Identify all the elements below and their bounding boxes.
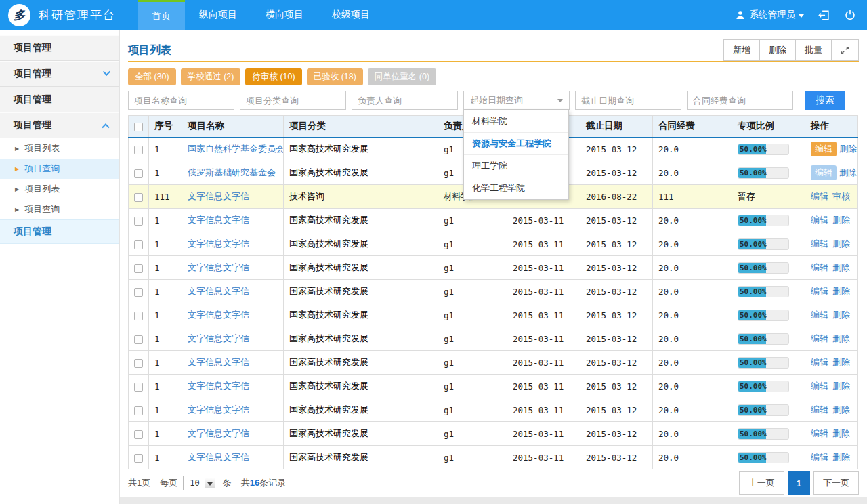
delete-action[interactable]: 删除	[832, 238, 850, 249]
filter-tab[interactable]: 学校通过 (2)	[181, 68, 241, 85]
power-icon[interactable]	[844, 9, 856, 21]
sidebar-group-item[interactable]: 项目管理	[0, 61, 119, 87]
prev-page-button[interactable]: 上一页	[739, 471, 784, 495]
project-name-link[interactable]: 文字信息文字信	[188, 191, 249, 201]
project-name-link[interactable]: 文字信息文字信	[188, 381, 249, 391]
search-input[interactable]	[687, 91, 793, 110]
dropdown-option[interactable]: 材料学院	[464, 110, 568, 133]
project-name-link[interactable]: 国家自然科学基金委员会	[188, 144, 284, 154]
sidebar-subitem[interactable]: ▶项目列表	[0, 179, 119, 199]
project-name-link[interactable]: 文字信息文字信	[188, 286, 249, 296]
edit-action[interactable]: 编辑	[811, 215, 828, 225]
actions-cell: 编辑删除	[805, 161, 858, 185]
row-checkbox[interactable]	[134, 217, 143, 226]
row-checkbox[interactable]	[134, 312, 143, 320]
edit-action[interactable]: 编辑	[811, 238, 828, 249]
user-name[interactable]: 系统管理员	[750, 9, 796, 21]
edit-action[interactable]: 编辑	[811, 142, 837, 156]
dropdown-option[interactable]: 化学工程学院	[464, 177, 568, 199]
edit-action[interactable]: 编辑	[811, 286, 828, 296]
delete-action[interactable]: 删除	[832, 310, 850, 320]
search-input[interactable]	[352, 91, 458, 110]
delete-action[interactable]: 删除	[832, 215, 850, 225]
sidebar-subitem[interactable]: ▶项目列表	[0, 138, 119, 159]
select-all-checkbox[interactable]	[134, 123, 143, 131]
sidebar-group-item[interactable]: 项目管理	[0, 87, 119, 112]
delete-action[interactable]: 删除	[832, 381, 850, 391]
filter-tab[interactable]: 同单位重名 (0)	[368, 68, 436, 85]
row-checkbox[interactable]	[134, 288, 143, 297]
filter-tab[interactable]: 全部 (30)	[128, 68, 176, 85]
review-action[interactable]: 审核	[832, 191, 850, 201]
project-name-link[interactable]: 俄罗斯基础研究基金会	[188, 167, 276, 177]
current-page-button[interactable]: 1	[788, 471, 810, 495]
delete-button[interactable]: 删除	[759, 39, 796, 61]
delete-action[interactable]: 删除	[839, 144, 857, 154]
per-page-select[interactable]: 10	[183, 476, 217, 490]
project-name-link[interactable]: 文字信息文字信	[188, 428, 249, 438]
sidebar-subitem[interactable]: ▶项目查询	[0, 159, 119, 179]
filter-tab[interactable]: 已验收 (18)	[307, 68, 363, 85]
row-checkbox[interactable]	[134, 454, 143, 463]
search-input[interactable]	[240, 91, 346, 110]
edit-action[interactable]: 编辑	[811, 191, 828, 201]
search-input[interactable]	[128, 91, 234, 110]
fullscreen-button[interactable]	[831, 39, 859, 61]
project-name-link[interactable]: 文字信息文字信	[188, 262, 249, 272]
delete-action[interactable]: 删除	[832, 286, 850, 296]
project-name-link[interactable]: 文字信息文字信	[188, 310, 249, 320]
filter-tab[interactable]: 待审核 (10)	[245, 68, 301, 85]
row-checkbox[interactable]	[134, 193, 143, 202]
row-checkbox[interactable]	[134, 430, 143, 439]
search-input[interactable]	[575, 91, 681, 110]
dropdown-option[interactable]: 理工学院	[464, 155, 568, 177]
search-button[interactable]: 搜索	[805, 91, 845, 110]
delete-action[interactable]: 删除	[832, 333, 850, 343]
delete-action[interactable]: 删除	[832, 404, 850, 415]
row-checkbox[interactable]	[134, 383, 143, 392]
sidebar-group-label: 项目管理	[14, 42, 51, 54]
edit-action[interactable]: 编辑	[811, 165, 837, 180]
delete-action[interactable]: 删除	[832, 428, 850, 438]
delete-action[interactable]: 删除	[832, 452, 850, 462]
sidebar-group-item[interactable]: 项目管理	[0, 35, 119, 61]
nav-tab[interactable]: 横向项目	[251, 0, 318, 30]
project-name-link[interactable]: 文字信息文字信	[188, 215, 249, 225]
row-checkbox[interactable]	[134, 264, 143, 273]
row-checkbox[interactable]	[134, 240, 143, 249]
row-checkbox[interactable]	[134, 169, 143, 178]
project-name-link[interactable]: 文字信息文字信	[188, 452, 249, 462]
sidebar-subitem[interactable]: ▶项目查询	[0, 199, 119, 219]
nav-tab[interactable]: 校级项目	[318, 0, 384, 30]
project-name-link[interactable]: 文字信息文字信	[188, 357, 249, 367]
sidebar-group-active[interactable]: 项目管理	[0, 219, 119, 244]
sidebar-group-item[interactable]: 项目管理	[0, 112, 119, 138]
delete-action[interactable]: 删除	[839, 167, 857, 177]
row-checkbox[interactable]	[134, 146, 143, 154]
date-start-select[interactable]: 起始日期查询	[463, 91, 570, 110]
project-name-link[interactable]: 文字信息文字信	[188, 238, 249, 249]
next-page-button[interactable]: 下一页	[813, 471, 859, 495]
edit-action[interactable]: 编辑	[811, 310, 828, 320]
delete-action[interactable]: 删除	[832, 262, 850, 272]
edit-action[interactable]: 编辑	[811, 452, 828, 462]
edit-action[interactable]: 编辑	[811, 262, 828, 272]
dropdown-option[interactable]: 资源与安全工程学院	[464, 133, 568, 155]
batch-button[interactable]: 批量	[795, 39, 832, 61]
edit-action[interactable]: 编辑	[811, 428, 828, 438]
delete-action[interactable]: 删除	[832, 357, 850, 367]
edit-action[interactable]: 编辑	[811, 381, 828, 391]
row-checkbox[interactable]	[134, 359, 143, 368]
edit-action[interactable]: 编辑	[811, 404, 828, 415]
edit-action[interactable]: 编辑	[811, 333, 828, 343]
row-checkbox[interactable]	[134, 335, 143, 344]
add-button[interactable]: 新增	[723, 39, 760, 61]
project-name-link[interactable]: 文字信息文字信	[188, 404, 249, 415]
nav-tab[interactable]: 首页	[138, 0, 185, 30]
logout-icon[interactable]	[818, 9, 830, 22]
caret-right-icon: ▶	[15, 146, 19, 152]
project-name-link[interactable]: 文字信息文字信	[188, 333, 249, 343]
edit-action[interactable]: 编辑	[811, 357, 828, 367]
row-checkbox[interactable]	[134, 406, 143, 415]
nav-tab[interactable]: 纵向项目	[185, 0, 251, 30]
